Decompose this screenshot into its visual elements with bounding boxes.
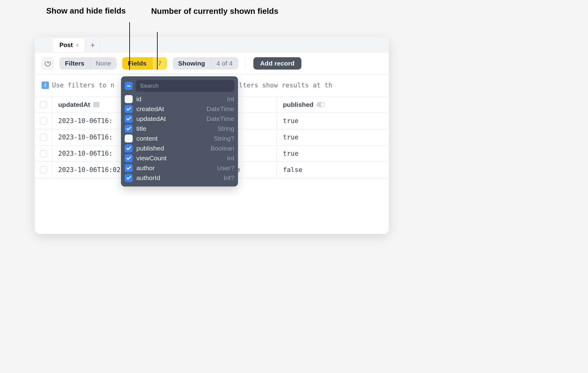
column-label: published (283, 101, 313, 108)
field-checkbox[interactable] (125, 144, 133, 152)
annotation-line (157, 32, 158, 70)
field-checkbox[interactable] (125, 125, 133, 133)
field-name-label: title (136, 125, 217, 132)
row-checkbox-cell (35, 146, 52, 162)
field-name-label: viewCount (136, 154, 227, 162)
field-option-published[interactable]: publishedBoolean (125, 143, 234, 153)
tab-label: Post (59, 42, 73, 49)
check-icon (126, 145, 131, 150)
column-label: updatedAt (58, 101, 90, 108)
cell-published[interactable]: true (277, 113, 389, 129)
row-checkbox[interactable] (40, 150, 47, 157)
field-option-viewcount[interactable]: viewCountInt (125, 153, 234, 163)
field-option-title[interactable]: titleString (125, 124, 234, 134)
reload-icon (45, 60, 51, 66)
toggle-icon (316, 102, 325, 107)
tabs-bar: Post + (35, 37, 389, 53)
check-icon (126, 155, 131, 160)
check-icon (126, 106, 131, 111)
check-icon (126, 116, 131, 121)
field-name-label: published (136, 145, 211, 152)
field-option-content[interactable]: contentString? (125, 134, 234, 143)
field-checkbox[interactable] (125, 154, 133, 162)
check-icon (126, 126, 131, 130)
calendar-icon (93, 102, 99, 107)
row-checkbox[interactable] (40, 166, 47, 174)
annotation-count: Number of currently shown fields (151, 6, 278, 17)
field-type-label: Int? (224, 174, 234, 182)
fields-label: Fields (122, 57, 152, 70)
filters-label: Filters (59, 57, 90, 70)
field-name-label: createdAt (136, 105, 207, 113)
reload-button[interactable] (42, 57, 54, 70)
field-type-label: Int (227, 154, 234, 162)
field-type-label: Boolean (211, 145, 234, 152)
field-checkbox[interactable] (125, 115, 133, 123)
fields-popup: idIntcreatedAtDateTimeupdatedAtDateTimet… (121, 76, 238, 186)
field-checkbox[interactable] (125, 164, 133, 172)
row-checkbox-cell (35, 129, 52, 145)
row-checkbox[interactable] (40, 134, 47, 141)
field-checkbox[interactable] (125, 105, 133, 113)
cell-published[interactable]: false (277, 162, 389, 178)
cell-published[interactable]: true (277, 129, 389, 145)
field-option-createdat[interactable]: createdAtDateTime (125, 104, 234, 114)
toolbar: Filters None Fields 7 Showing 4 of 4 Add… (35, 53, 389, 74)
tab-status-dot (76, 44, 79, 47)
add-record-button[interactable]: Add record (253, 57, 301, 70)
add-tab-button[interactable]: + (85, 37, 100, 53)
column-header-published[interactable]: published (277, 97, 389, 113)
select-all-cell (35, 97, 52, 113)
field-name-label: authorId (136, 174, 224, 182)
annotation-show-hide: Show and hide fields (46, 6, 126, 16)
check-icon (126, 175, 131, 180)
field-type-label: String (217, 125, 234, 132)
cell-published[interactable]: true (277, 146, 389, 162)
filters-value: None (90, 57, 117, 70)
field-checkbox[interactable] (125, 134, 133, 142)
field-option-id[interactable]: idInt (125, 94, 234, 104)
filters-pill[interactable]: Filters None (59, 57, 117, 70)
select-all-checkbox[interactable] (40, 101, 47, 108)
info-icon: i (42, 82, 49, 89)
field-option-author[interactable]: authorUser? (125, 163, 234, 173)
fields-search-input[interactable] (136, 80, 234, 92)
field-checkbox[interactable] (125, 174, 133, 182)
annotation-line (129, 22, 130, 70)
field-name-label: id (136, 95, 227, 103)
check-icon (126, 165, 131, 170)
field-type-label: Int (227, 95, 234, 103)
row-checkbox[interactable] (40, 117, 47, 125)
toggle-all-fields-checkbox[interactable] (125, 82, 133, 90)
field-checkbox[interactable] (125, 95, 133, 103)
row-checkbox-cell (35, 162, 52, 178)
showing-label: Showing (173, 57, 211, 70)
field-type-label: DateTime (207, 115, 234, 122)
field-option-authorid[interactable]: authorIdInt? (125, 173, 234, 183)
field-type-label: String? (214, 135, 234, 142)
row-checkbox-cell (35, 113, 52, 129)
popup-header (125, 80, 234, 92)
field-name-label: author (136, 164, 217, 172)
field-type-label: DateTime (207, 105, 234, 113)
toolbar-divider (246, 57, 246, 70)
fields-value: 7 (152, 57, 167, 70)
field-name-label: updatedAt (136, 115, 207, 122)
field-option-updatedat[interactable]: updatedAtDateTime (125, 114, 234, 124)
showing-value: 4 of 4 (211, 57, 238, 70)
tab-post[interactable]: Post (53, 38, 85, 52)
field-type-label: User? (217, 164, 234, 172)
showing-pill[interactable]: Showing 4 of 4 (173, 57, 238, 70)
field-name-label: content (136, 135, 214, 142)
